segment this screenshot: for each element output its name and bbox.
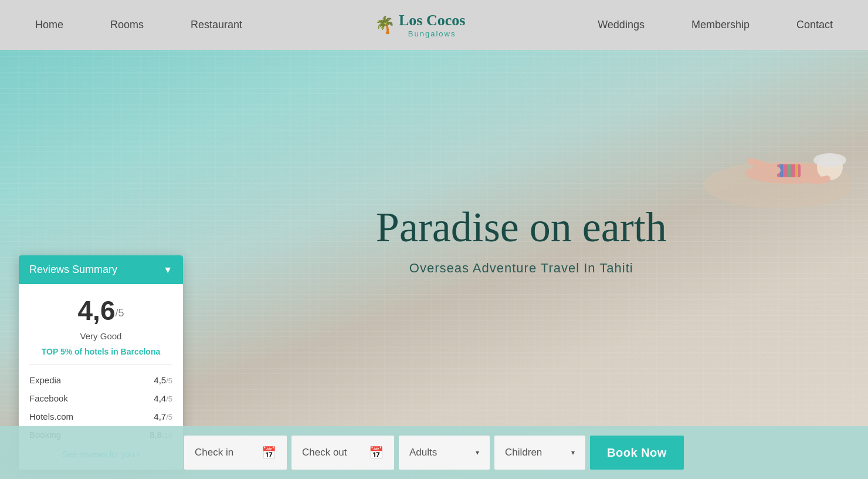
svg-rect-5 xyxy=(795,164,798,177)
review-row-hotels: Hotels.com 4,7/5 xyxy=(29,407,172,426)
nav-right: Weddings Membership Contact xyxy=(598,19,833,31)
score-number: 4,6 xyxy=(78,295,116,326)
nav-weddings[interactable]: Weddings xyxy=(598,19,645,31)
svg-point-7 xyxy=(813,153,846,167)
calendar-icon-checkin: 📅 xyxy=(262,446,276,460)
review-score-facebook: 4,4/5 xyxy=(154,393,172,403)
checkin-field[interactable]: Check in 📅 xyxy=(184,436,287,470)
logo-name: Los Cocos xyxy=(399,12,465,29)
reviews-divider xyxy=(29,365,172,365)
adults-select[interactable]: Adults ▾ xyxy=(399,436,490,470)
review-row-expedia: Expedia 4,5/5 xyxy=(29,371,172,389)
svg-rect-4 xyxy=(788,164,791,177)
logo[interactable]: 🌴 Los Cocos Bungalows xyxy=(375,12,465,38)
review-score-hotels: 4,7/5 xyxy=(154,411,172,421)
reviews-header[interactable]: Reviews Summary ▼ xyxy=(19,255,183,284)
chevron-down-icon: ▼ xyxy=(163,265,172,275)
score-main: 4,6/5 xyxy=(29,295,172,326)
top-badge: TOP 5% of hotels in Barcelona xyxy=(29,347,172,356)
review-source-hotels: Hotels.com xyxy=(29,411,73,421)
logo-sub: Bungalows xyxy=(408,29,456,38)
hero-title: Paradise on earth xyxy=(376,203,667,252)
review-source-expedia: Expedia xyxy=(29,375,61,385)
palm-icon: 🌴 xyxy=(375,15,395,35)
nav-restaurant[interactable]: Restaurant xyxy=(191,19,242,31)
logo-text: Los Cocos Bungalows xyxy=(399,12,465,38)
chevron-adults-icon: ▾ xyxy=(476,448,479,457)
hero-subtitle: Overseas Adventure Travel In Tahiti xyxy=(376,261,667,276)
chevron-children-icon: ▾ xyxy=(571,448,575,457)
reviews-title: Reviews Summary xyxy=(29,264,117,276)
checkin-label: Check in xyxy=(195,447,233,458)
children-label: Children xyxy=(505,447,542,458)
adults-label: Adults xyxy=(409,447,437,458)
nav-rooms[interactable]: Rooms xyxy=(110,19,144,31)
nav-left: Home Rooms Restaurant xyxy=(35,19,242,31)
children-select[interactable]: Children ▾ xyxy=(494,436,585,470)
beach-person-image xyxy=(686,91,850,208)
score-denom: /5 xyxy=(115,307,124,319)
top-badge-rest: of hotels in Barcelona xyxy=(74,347,160,356)
score-label: Very Good xyxy=(29,331,172,341)
calendar-icon-checkout: 📅 xyxy=(369,446,384,460)
nav-home[interactable]: Home xyxy=(35,19,63,31)
review-row-facebook: Facebook 4,4/5 xyxy=(29,389,172,407)
checkout-label: Check out xyxy=(302,447,347,458)
navbar: Home Rooms Restaurant 🌴 Los Cocos Bungal… xyxy=(0,0,868,50)
checkout-field[interactable]: Check out 📅 xyxy=(291,436,394,470)
book-now-button[interactable]: Book Now xyxy=(590,436,684,470)
hero-content: Paradise on earth Overseas Adventure Tra… xyxy=(376,203,667,276)
nav-contact[interactable]: Contact xyxy=(796,19,833,31)
booking-bar: Check in 📅 Check out 📅 Adults ▾ Children… xyxy=(0,426,868,479)
top-badge-highlight: TOP 5% xyxy=(42,347,72,356)
nav-membership[interactable]: Membership xyxy=(691,19,750,31)
review-score-expedia: 4,5/5 xyxy=(154,375,172,385)
review-source-facebook: Facebook xyxy=(29,393,68,403)
